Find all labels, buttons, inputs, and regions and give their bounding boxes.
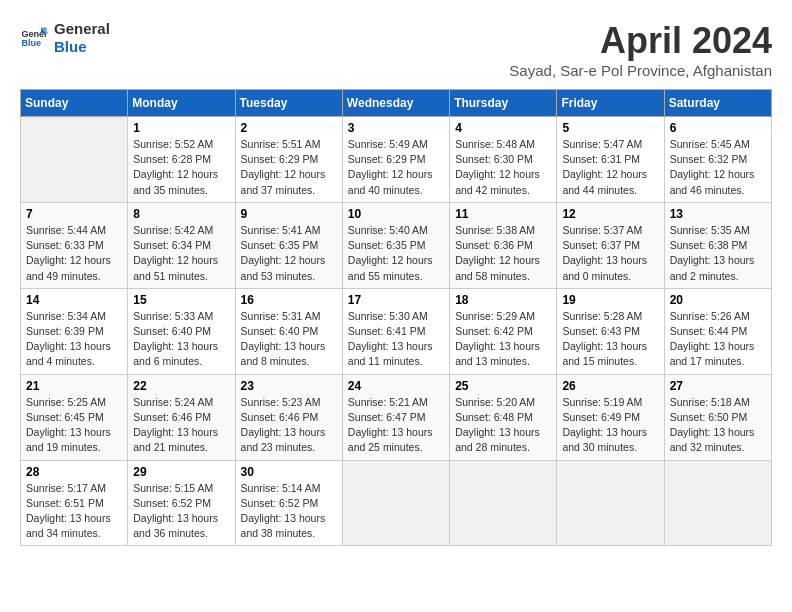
- calendar-cell: [21, 117, 128, 203]
- calendar-cell: [450, 460, 557, 546]
- day-info: Sunrise: 5:38 AM Sunset: 6:36 PM Dayligh…: [455, 223, 551, 284]
- svg-text:Blue: Blue: [21, 38, 41, 48]
- calendar-cell: [664, 460, 771, 546]
- calendar-cell: 17Sunrise: 5:30 AM Sunset: 6:41 PM Dayli…: [342, 288, 449, 374]
- calendar-cell: 16Sunrise: 5:31 AM Sunset: 6:40 PM Dayli…: [235, 288, 342, 374]
- day-info: Sunrise: 5:20 AM Sunset: 6:48 PM Dayligh…: [455, 395, 551, 456]
- day-info: Sunrise: 5:52 AM Sunset: 6:28 PM Dayligh…: [133, 137, 229, 198]
- day-number: 15: [133, 293, 229, 307]
- day-info: Sunrise: 5:15 AM Sunset: 6:52 PM Dayligh…: [133, 481, 229, 542]
- day-info: Sunrise: 5:51 AM Sunset: 6:29 PM Dayligh…: [241, 137, 337, 198]
- day-number: 19: [562, 293, 658, 307]
- title-block: April 2024 Sayad, Sar-e Pol Province, Af…: [509, 20, 772, 79]
- day-info: Sunrise: 5:25 AM Sunset: 6:45 PM Dayligh…: [26, 395, 122, 456]
- calendar-cell: 28Sunrise: 5:17 AM Sunset: 6:51 PM Dayli…: [21, 460, 128, 546]
- day-info: Sunrise: 5:41 AM Sunset: 6:35 PM Dayligh…: [241, 223, 337, 284]
- calendar-cell: 24Sunrise: 5:21 AM Sunset: 6:47 PM Dayli…: [342, 374, 449, 460]
- day-number: 2: [241, 121, 337, 135]
- day-number: 17: [348, 293, 444, 307]
- day-number: 23: [241, 379, 337, 393]
- day-number: 28: [26, 465, 122, 479]
- day-info: Sunrise: 5:17 AM Sunset: 6:51 PM Dayligh…: [26, 481, 122, 542]
- day-info: Sunrise: 5:31 AM Sunset: 6:40 PM Dayligh…: [241, 309, 337, 370]
- day-info: Sunrise: 5:18 AM Sunset: 6:50 PM Dayligh…: [670, 395, 766, 456]
- calendar-header-row: SundayMondayTuesdayWednesdayThursdayFrid…: [21, 90, 772, 117]
- calendar-week-5: 28Sunrise: 5:17 AM Sunset: 6:51 PM Dayli…: [21, 460, 772, 546]
- calendar-week-3: 14Sunrise: 5:34 AM Sunset: 6:39 PM Dayli…: [21, 288, 772, 374]
- day-info: Sunrise: 5:34 AM Sunset: 6:39 PM Dayligh…: [26, 309, 122, 370]
- calendar-cell: 5Sunrise: 5:47 AM Sunset: 6:31 PM Daylig…: [557, 117, 664, 203]
- day-number: 27: [670, 379, 766, 393]
- header-day-wednesday: Wednesday: [342, 90, 449, 117]
- header-day-thursday: Thursday: [450, 90, 557, 117]
- calendar-cell: 26Sunrise: 5:19 AM Sunset: 6:49 PM Dayli…: [557, 374, 664, 460]
- day-info: Sunrise: 5:21 AM Sunset: 6:47 PM Dayligh…: [348, 395, 444, 456]
- header-day-saturday: Saturday: [664, 90, 771, 117]
- header-day-friday: Friday: [557, 90, 664, 117]
- day-number: 22: [133, 379, 229, 393]
- calendar-cell: 4Sunrise: 5:48 AM Sunset: 6:30 PM Daylig…: [450, 117, 557, 203]
- day-number: 11: [455, 207, 551, 221]
- day-info: Sunrise: 5:14 AM Sunset: 6:52 PM Dayligh…: [241, 481, 337, 542]
- day-number: 4: [455, 121, 551, 135]
- header-day-tuesday: Tuesday: [235, 90, 342, 117]
- day-number: 29: [133, 465, 229, 479]
- calendar-cell: 8Sunrise: 5:42 AM Sunset: 6:34 PM Daylig…: [128, 202, 235, 288]
- day-number: 1: [133, 121, 229, 135]
- day-info: Sunrise: 5:29 AM Sunset: 6:42 PM Dayligh…: [455, 309, 551, 370]
- calendar-cell: 19Sunrise: 5:28 AM Sunset: 6:43 PM Dayli…: [557, 288, 664, 374]
- calendar-cell: 2Sunrise: 5:51 AM Sunset: 6:29 PM Daylig…: [235, 117, 342, 203]
- logo-icon: General Blue: [20, 24, 48, 52]
- day-number: 26: [562, 379, 658, 393]
- header-day-sunday: Sunday: [21, 90, 128, 117]
- day-number: 13: [670, 207, 766, 221]
- page-header: General Blue General Blue April 2024 Say…: [20, 20, 772, 79]
- calendar-cell: 1Sunrise: 5:52 AM Sunset: 6:28 PM Daylig…: [128, 117, 235, 203]
- calendar-cell: 14Sunrise: 5:34 AM Sunset: 6:39 PM Dayli…: [21, 288, 128, 374]
- day-info: Sunrise: 5:37 AM Sunset: 6:37 PM Dayligh…: [562, 223, 658, 284]
- calendar-subtitle: Sayad, Sar-e Pol Province, Afghanistan: [509, 62, 772, 79]
- calendar-cell: 18Sunrise: 5:29 AM Sunset: 6:42 PM Dayli…: [450, 288, 557, 374]
- day-info: Sunrise: 5:33 AM Sunset: 6:40 PM Dayligh…: [133, 309, 229, 370]
- day-info: Sunrise: 5:23 AM Sunset: 6:46 PM Dayligh…: [241, 395, 337, 456]
- calendar-cell: 6Sunrise: 5:45 AM Sunset: 6:32 PM Daylig…: [664, 117, 771, 203]
- day-number: 6: [670, 121, 766, 135]
- day-number: 3: [348, 121, 444, 135]
- day-number: 25: [455, 379, 551, 393]
- calendar-cell: 10Sunrise: 5:40 AM Sunset: 6:35 PM Dayli…: [342, 202, 449, 288]
- calendar-cell: 27Sunrise: 5:18 AM Sunset: 6:50 PM Dayli…: [664, 374, 771, 460]
- day-number: 21: [26, 379, 122, 393]
- calendar-cell: 22Sunrise: 5:24 AM Sunset: 6:46 PM Dayli…: [128, 374, 235, 460]
- calendar-week-4: 21Sunrise: 5:25 AM Sunset: 6:45 PM Dayli…: [21, 374, 772, 460]
- day-info: Sunrise: 5:35 AM Sunset: 6:38 PM Dayligh…: [670, 223, 766, 284]
- day-info: Sunrise: 5:48 AM Sunset: 6:30 PM Dayligh…: [455, 137, 551, 198]
- calendar-cell: 3Sunrise: 5:49 AM Sunset: 6:29 PM Daylig…: [342, 117, 449, 203]
- day-number: 20: [670, 293, 766, 307]
- calendar-cell: 11Sunrise: 5:38 AM Sunset: 6:36 PM Dayli…: [450, 202, 557, 288]
- day-info: Sunrise: 5:45 AM Sunset: 6:32 PM Dayligh…: [670, 137, 766, 198]
- calendar-week-2: 7Sunrise: 5:44 AM Sunset: 6:33 PM Daylig…: [21, 202, 772, 288]
- calendar-cell: 7Sunrise: 5:44 AM Sunset: 6:33 PM Daylig…: [21, 202, 128, 288]
- day-info: Sunrise: 5:19 AM Sunset: 6:49 PM Dayligh…: [562, 395, 658, 456]
- day-info: Sunrise: 5:30 AM Sunset: 6:41 PM Dayligh…: [348, 309, 444, 370]
- day-info: Sunrise: 5:28 AM Sunset: 6:43 PM Dayligh…: [562, 309, 658, 370]
- calendar-cell: 21Sunrise: 5:25 AM Sunset: 6:45 PM Dayli…: [21, 374, 128, 460]
- calendar-cell: 29Sunrise: 5:15 AM Sunset: 6:52 PM Dayli…: [128, 460, 235, 546]
- logo-line1: General: [54, 20, 110, 38]
- calendar-cell: 15Sunrise: 5:33 AM Sunset: 6:40 PM Dayli…: [128, 288, 235, 374]
- calendar-cell: 30Sunrise: 5:14 AM Sunset: 6:52 PM Dayli…: [235, 460, 342, 546]
- day-info: Sunrise: 5:42 AM Sunset: 6:34 PM Dayligh…: [133, 223, 229, 284]
- calendar-cell: 9Sunrise: 5:41 AM Sunset: 6:35 PM Daylig…: [235, 202, 342, 288]
- day-number: 10: [348, 207, 444, 221]
- calendar-cell: 12Sunrise: 5:37 AM Sunset: 6:37 PM Dayli…: [557, 202, 664, 288]
- calendar-cell: 13Sunrise: 5:35 AM Sunset: 6:38 PM Dayli…: [664, 202, 771, 288]
- calendar-cell: 20Sunrise: 5:26 AM Sunset: 6:44 PM Dayli…: [664, 288, 771, 374]
- day-number: 5: [562, 121, 658, 135]
- calendar-cell: [342, 460, 449, 546]
- calendar-cell: [557, 460, 664, 546]
- day-number: 12: [562, 207, 658, 221]
- calendar-cell: 23Sunrise: 5:23 AM Sunset: 6:46 PM Dayli…: [235, 374, 342, 460]
- calendar-week-1: 1Sunrise: 5:52 AM Sunset: 6:28 PM Daylig…: [21, 117, 772, 203]
- day-number: 30: [241, 465, 337, 479]
- calendar-body: 1Sunrise: 5:52 AM Sunset: 6:28 PM Daylig…: [21, 117, 772, 546]
